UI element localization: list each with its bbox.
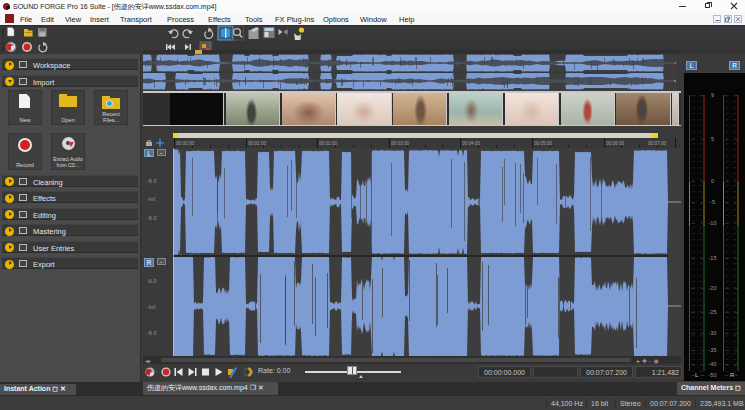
- svg-text:-5: -5: [710, 199, 715, 205]
- svg-text:-20: -20: [709, 285, 717, 291]
- svg-text:0: 0: [711, 178, 714, 184]
- svg-text:-40: -40: [709, 361, 717, 367]
- svg-text:9: 9: [711, 92, 714, 98]
- svg-text:5: 5: [711, 136, 714, 142]
- svg-text:-15: -15: [709, 255, 717, 261]
- svg-text:-30: -30: [709, 330, 717, 336]
- svg-text:-50: -50: [709, 372, 717, 378]
- svg-text:-25: -25: [709, 309, 717, 315]
- svg-text:R: R: [730, 372, 735, 378]
- svg-text:-10: -10: [709, 220, 717, 226]
- svg-text:-35: -35: [709, 347, 717, 353]
